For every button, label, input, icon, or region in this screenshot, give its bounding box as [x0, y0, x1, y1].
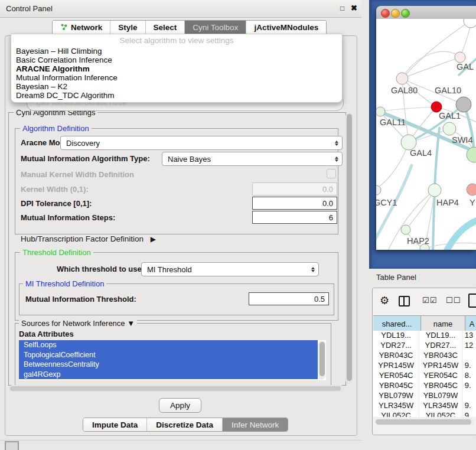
algorithm-dropdown-placeholder: Select algorithm to view settings	[11, 36, 342, 45]
node-gcy1[interactable]	[376, 185, 381, 195]
gear-icon[interactable]: ⚙	[380, 294, 389, 307]
table-row[interactable]: YLR345WYLR345W9.	[373, 401, 476, 411]
columns-icon[interactable]	[399, 296, 410, 306]
dropdown-item-selected[interactable]: ARACNE Algorithm	[16, 64, 335, 73]
bottom-tab-group: Impute Data Discretize Data Infer Networ…	[83, 418, 288, 432]
cell: 9.	[462, 401, 476, 411]
cell: YBR045C	[373, 381, 419, 391]
node-hap4[interactable]	[428, 184, 441, 197]
attribute-item[interactable]: gal4RGexp	[19, 370, 318, 380]
attribute-item[interactable]: SelfLoops	[19, 340, 318, 350]
clear-selection-icon[interactable]: ☐☐	[446, 296, 461, 305]
data-attributes-list: SelfLoops TopologicalCoefficient Between…	[19, 340, 326, 380]
cell: 8.	[462, 371, 476, 381]
mi-threshold-field[interactable]: 0.5	[249, 292, 329, 305]
spinner-icon	[335, 136, 338, 149]
dropdown-item[interactable]: Basic Correlation Inference	[16, 56, 335, 64]
attribute-item[interactable]: TopologicalCoefficient	[19, 350, 318, 360]
attribute-item[interactable]: BetweennessCentrality	[19, 360, 318, 370]
node-unlabeled[interactable]	[464, 19, 476, 28]
tab-discretize-data[interactable]: Discretize Data	[147, 418, 223, 431]
column-header-name[interactable]: name	[421, 316, 465, 331]
select-all-icon[interactable]: ☑☑	[422, 296, 437, 305]
node-label: Y	[470, 198, 475, 207]
attributes-scrollbar[interactable]	[318, 341, 325, 380]
tab-jactivemnodules[interactable]: jActiveMNodules	[246, 21, 326, 34]
settings-horizontal-scrollbar[interactable]	[9, 385, 344, 392]
table-row[interactable]: YDR27...YDR27...12	[373, 341, 476, 351]
corner-widget[interactable]	[5, 441, 19, 450]
node-gal-truncated[interactable]	[455, 52, 465, 63]
tab-infer-network[interactable]: Infer Network	[223, 418, 288, 431]
mac-close-icon[interactable]	[381, 9, 390, 18]
which-threshold-combo[interactable]: MI Threshold	[141, 262, 319, 276]
table-row[interactable]: YER054CYER054C8.	[373, 371, 476, 381]
sources-group: Sources for Network Inference ▼ Data Att…	[15, 323, 331, 389]
tab-cyni-toolbox[interactable]: Cyni Toolbox	[185, 21, 246, 34]
close-icon[interactable]: ✖	[351, 4, 357, 12]
table-row[interactable]: YDL19...YDL19...13	[373, 331, 476, 341]
table-row[interactable]: YPR145WYPR145W9.	[373, 361, 476, 371]
data-attributes-label: Data Attributes	[19, 330, 74, 338]
node-y-truncated[interactable]	[467, 184, 476, 195]
manual-kernel-checkbox[interactable]	[327, 169, 336, 178]
tab-style[interactable]: Style	[110, 21, 145, 34]
tab-label: Cyni Toolbox	[193, 23, 238, 32]
tab-select[interactable]: Select	[146, 21, 185, 34]
cell: YLR345W	[373, 401, 419, 411]
table-row[interactable]: YBL079WYBL079W	[373, 391, 476, 401]
table-row[interactable]: YBR045CYBR045C9.	[373, 381, 476, 391]
node-label: GCY1	[376, 198, 397, 207]
dropdown-item[interactable]: Bayesian – Hill Climbing	[16, 47, 335, 56]
table-body: YDL19...YDL19...13 YDR27...YDR27...12 YB…	[373, 331, 476, 417]
dpi-tolerance-label: DPI Tolerance [0,1]:	[21, 199, 92, 208]
tab-network[interactable]: Network	[53, 21, 110, 34]
mac-minimize-icon[interactable]	[391, 9, 400, 18]
tab-label: jActiveMNodules	[254, 23, 318, 32]
kernel-width-field[interactable]: 0.0	[252, 182, 337, 195]
hub-definition-toggle[interactable]: Hub/Transcription Factor Definition ▶	[21, 234, 156, 243]
mi-type-combo[interactable]: Naive Bayes	[162, 152, 343, 166]
settings-vertical-scrollbar[interactable]	[345, 113, 353, 384]
cell: YIL052C	[373, 411, 419, 417]
dropdown-item[interactable]: Bayesian – K2	[16, 82, 335, 91]
cell: YIL052C	[419, 411, 462, 417]
tab-impute-data[interactable]: Impute Data	[83, 418, 147, 431]
table-horizontal-scrollbar[interactable]	[375, 418, 474, 425]
control-panel-titlebar: Control Panel □ ✖	[0, 0, 361, 18]
cell: 13	[462, 331, 476, 341]
node-gal1[interactable]	[443, 122, 456, 135]
collapse-down-icon[interactable]: ▼	[127, 319, 135, 328]
apply-button[interactable]: Apply	[159, 398, 201, 413]
mi-steps-field[interactable]: 6	[252, 211, 337, 224]
node-label: HAP4	[436, 198, 459, 207]
network-canvas[interactable]: GAL GAL80 GAL10 GAL1 SWI4 GAL11 GAL4 GCY…	[376, 19, 476, 250]
table-row[interactable]: YIL052CYIL052C9	[373, 411, 476, 417]
file-icon[interactable]	[468, 294, 476, 308]
node-gal10[interactable]	[456, 97, 471, 112]
column-header-shared[interactable]: shared...	[373, 316, 421, 331]
table-row[interactable]: YBR043CYBR043C	[373, 351, 476, 361]
node-gal11[interactable]	[376, 107, 385, 116]
column-header-truncated[interactable]: A	[465, 316, 476, 331]
node-label: SWI4	[452, 135, 472, 145]
dpi-tolerance-field[interactable]: 0.0	[252, 197, 337, 210]
node-label: GAL	[457, 62, 474, 71]
cell: 9	[462, 411, 476, 417]
dropdown-item[interactable]: Mutual Information Inference	[16, 73, 335, 82]
table-header-row: shared... name A	[373, 315, 476, 332]
threshold-definition-group: Threshold Definition Which threshold to …	[15, 252, 338, 321]
cell: YER054C	[373, 371, 419, 381]
cell: YBL079W	[419, 391, 462, 401]
cell: YDL19...	[419, 331, 462, 341]
node-hap2[interactable]	[401, 225, 410, 234]
mac-zoom-icon[interactable]	[401, 9, 410, 18]
dropdown-item[interactable]: Dream8 DC_TDC Algorithm	[16, 91, 335, 100]
node-label: HAP2	[407, 236, 429, 246]
tab-label: Style	[118, 23, 137, 32]
float-window-icon[interactable]: □	[340, 4, 344, 12]
aracne-mode-combo[interactable]: Discovery	[60, 136, 343, 150]
cell: YLR345W	[419, 401, 462, 411]
node-gal80[interactable]	[396, 73, 408, 84]
algorithm-dropdown-list: Select algorithm to view settings Bayesi…	[11, 34, 343, 103]
